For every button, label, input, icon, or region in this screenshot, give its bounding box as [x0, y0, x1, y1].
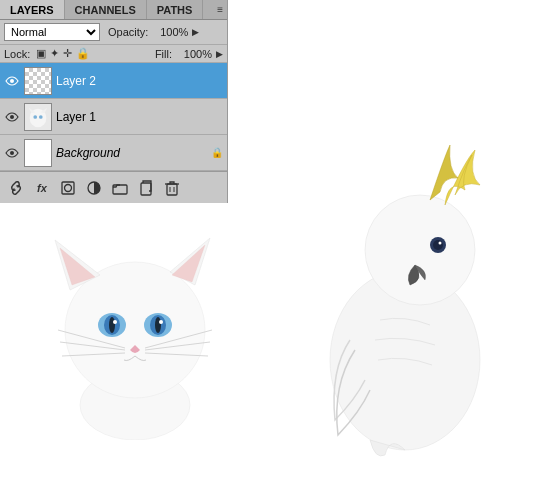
background-name: Background: [56, 146, 207, 160]
background-lock-icon: 🔒: [211, 147, 223, 158]
fill-value: 100%: [176, 48, 212, 60]
svg-point-29: [65, 184, 72, 191]
lock-position-icon[interactable]: ✛: [63, 47, 72, 60]
tab-bar: LAYERS CHANNELS PATHS ≡: [0, 0, 227, 20]
svg-point-13: [155, 317, 161, 333]
background-thumbnail: [24, 139, 52, 167]
layer-1-visibility-toggle[interactable]: [4, 109, 20, 125]
lock-all-icon[interactable]: 🔒: [76, 47, 90, 60]
layer-item-background[interactable]: Background 🔒: [0, 135, 227, 171]
cat-illustration: [40, 220, 230, 440]
link-layers-button[interactable]: [6, 178, 26, 198]
layer-1-thumbnail: [24, 103, 52, 131]
lock-image-icon[interactable]: ✦: [50, 47, 59, 60]
svg-point-22: [10, 115, 14, 119]
fill-arrow[interactable]: ▶: [216, 49, 223, 59]
layers-panel: LAYERS CHANNELS PATHS ≡ Normal Multiply …: [0, 0, 228, 203]
svg-point-9: [109, 317, 115, 333]
layer-1-name: Layer 1: [56, 110, 223, 124]
svg-point-3: [433, 240, 443, 250]
tab-channels[interactable]: CHANNELS: [65, 0, 147, 19]
svg-point-4: [439, 242, 442, 245]
background-visibility-toggle[interactable]: [4, 145, 20, 161]
svg-point-25: [33, 115, 37, 119]
svg-point-10: [113, 320, 117, 324]
svg-point-6: [65, 262, 205, 398]
fx-label: fx: [37, 182, 47, 194]
svg-point-26: [39, 115, 43, 119]
add-mask-button[interactable]: [58, 178, 78, 198]
svg-rect-32: [141, 183, 151, 195]
layer-2-visibility-toggle[interactable]: [4, 73, 20, 89]
tab-layers[interactable]: LAYERS: [0, 0, 65, 19]
fill-label: Fill:: [155, 48, 172, 60]
delete-layer-button[interactable]: [162, 178, 182, 198]
layer-list: Layer 2 Layer 1: [0, 63, 227, 171]
opacity-arrow[interactable]: ▶: [192, 27, 199, 37]
opacity-value: 100%: [152, 26, 188, 38]
layer-item-2[interactable]: Layer 2: [0, 63, 227, 99]
adjustment-layer-button[interactable]: [84, 178, 104, 198]
layer-2-thumbnail: [24, 67, 52, 95]
bird-illustration: [290, 140, 520, 460]
svg-point-1: [365, 195, 475, 305]
svg-rect-33: [167, 184, 177, 195]
lock-label: Lock:: [4, 48, 30, 60]
svg-point-14: [159, 320, 163, 324]
blend-mode-row: Normal Multiply Screen Overlay Opacity: …: [0, 20, 227, 45]
svg-rect-28: [62, 182, 74, 194]
fx-button[interactable]: fx: [32, 178, 52, 198]
opacity-label: Opacity:: [108, 26, 148, 38]
svg-point-21: [10, 79, 14, 83]
lock-transparency-icon[interactable]: ▣: [36, 47, 46, 60]
layer-2-name: Layer 2: [56, 74, 223, 88]
new-layer-button[interactable]: [136, 178, 156, 198]
svg-point-27: [10, 151, 14, 155]
tab-paths[interactable]: PATHS: [147, 0, 204, 19]
new-group-button[interactable]: [110, 178, 130, 198]
blend-mode-select[interactable]: Normal Multiply Screen Overlay: [4, 23, 100, 41]
layer-toolbar: fx: [0, 171, 227, 203]
panel-menu-button[interactable]: ≡: [217, 4, 223, 15]
lock-row: Lock: ▣ ✦ ✛ 🔒 Fill: 100% ▶: [0, 45, 227, 63]
layer-item-1[interactable]: Layer 1: [0, 99, 227, 135]
